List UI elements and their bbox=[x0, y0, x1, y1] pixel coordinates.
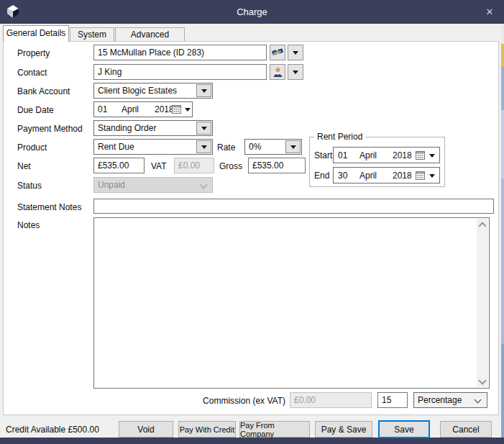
rent-end-month[interactable]: April bbox=[359, 171, 377, 181]
combo-arrow-button[interactable] bbox=[285, 140, 301, 153]
save-button[interactable]: Save bbox=[378, 420, 430, 438]
dropdown-arrow-icon bbox=[429, 154, 435, 158]
net-value: £535.00 bbox=[98, 160, 129, 171]
bank-account-combobox[interactable]: Client Blogic Estates bbox=[93, 83, 213, 99]
dropdown-arrow-icon bbox=[201, 127, 207, 130]
dropdown-arrow-icon bbox=[201, 145, 207, 149]
due-date-year[interactable]: 2018 bbox=[155, 104, 174, 114]
tab-system-info[interactable]: System Info bbox=[70, 27, 114, 42]
combo-arrow-button[interactable] bbox=[196, 84, 211, 97]
calendar-icon bbox=[416, 171, 425, 180]
property-dropdown-button[interactable] bbox=[288, 45, 303, 60]
status-value: Unpaid bbox=[98, 180, 125, 190]
contact-value: J King bbox=[98, 67, 122, 77]
status-label: Status bbox=[17, 181, 42, 191]
statement-notes-input[interactable] bbox=[93, 199, 494, 214]
property-search-button[interactable] bbox=[270, 45, 285, 60]
payment-method-label: Payment Method bbox=[17, 124, 83, 134]
commission-rate-field[interactable]: 15 bbox=[377, 392, 408, 408]
binoculars-icon bbox=[272, 48, 283, 57]
rent-start-year[interactable]: 2018 bbox=[393, 150, 412, 160]
vat-value: £0.00 bbox=[178, 160, 200, 171]
chevron-up-icon bbox=[478, 222, 486, 230]
dropdown-arrow-icon bbox=[293, 51, 298, 55]
rent-start-date-picker[interactable]: 01 April 2018 bbox=[333, 147, 440, 163]
person-icon bbox=[273, 67, 283, 77]
cancel-button[interactable]: Cancel bbox=[440, 421, 492, 438]
net-label: Net bbox=[17, 161, 31, 171]
payment-method-value: Standing Order bbox=[98, 123, 156, 133]
dropdown-arrow-icon bbox=[185, 108, 191, 112]
status-combobox: Unpaid bbox=[93, 177, 213, 193]
chevron-down-icon bbox=[199, 181, 207, 189]
title-bar: Charge ✕ bbox=[0, 0, 504, 24]
statement-notes-label: Statement Notes bbox=[17, 202, 81, 212]
credit-available-text: Credit Available £500.00 bbox=[6, 425, 99, 435]
commission-unit-value: Percentage bbox=[418, 395, 462, 405]
pay-from-company-button[interactable]: Pay From Company bbox=[239, 421, 310, 438]
chevron-down-icon bbox=[478, 376, 486, 384]
tab-advanced-settings[interactable]: Advanced Settings bbox=[115, 27, 185, 42]
scroll-down-button[interactable] bbox=[477, 376, 488, 387]
net-field[interactable]: £535.00 bbox=[93, 158, 145, 173]
due-date-day[interactable]: 01 bbox=[98, 104, 107, 114]
vat-field: £0.00 bbox=[174, 158, 214, 173]
rent-start-label: Start bbox=[314, 150, 332, 160]
scroll-up-button[interactable] bbox=[477, 219, 488, 230]
contact-dropdown-button[interactable] bbox=[288, 64, 303, 80]
void-button[interactable]: Void bbox=[119, 421, 173, 438]
bank-account-label: Bank Account bbox=[17, 86, 70, 96]
due-date-label: Due Date bbox=[17, 105, 54, 115]
product-label: Product bbox=[17, 142, 47, 153]
notes-scrollbar[interactable] bbox=[477, 219, 488, 387]
rent-period-label: Rent Period bbox=[314, 132, 365, 142]
window-title: Charge bbox=[0, 0, 504, 24]
due-date-picker[interactable]: 01 April 2018 bbox=[93, 101, 193, 117]
pay-and-save-button[interactable]: Pay & Save bbox=[315, 421, 372, 438]
background-window-sliver bbox=[501, 24, 504, 438]
property-value: 15 McMullan Place (ID 283) bbox=[98, 47, 204, 58]
contact-field[interactable]: J King bbox=[93, 64, 267, 80]
rent-start-day[interactable]: 01 bbox=[338, 150, 347, 160]
calendar-icon bbox=[172, 105, 181, 114]
contact-search-button[interactable] bbox=[270, 64, 285, 80]
dropdown-arrow-icon bbox=[293, 71, 298, 74]
rate-value: 0% bbox=[249, 142, 261, 152]
combo-arrow-button[interactable] bbox=[196, 140, 211, 153]
commission-rate-value: 15 bbox=[382, 395, 391, 405]
commission-unit-combobox[interactable]: Percentage bbox=[413, 392, 487, 408]
tab-general-details[interactable]: General Details bbox=[3, 25, 69, 42]
gross-value: £535.00 bbox=[252, 160, 283, 171]
bank-account-value: Client Blogic Estates bbox=[98, 86, 177, 96]
due-date-month[interactable]: April bbox=[122, 104, 139, 114]
contact-label: Contact bbox=[17, 68, 47, 78]
dropdown-arrow-icon bbox=[429, 174, 435, 178]
commission-label: Commission (ex VAT) bbox=[199, 396, 285, 406]
notes-label: Notes bbox=[17, 220, 40, 230]
product-value: Rent Due bbox=[98, 142, 134, 152]
close-icon[interactable]: ✕ bbox=[480, 0, 500, 24]
window-bottom-edge bbox=[0, 438, 504, 444]
rent-end-date-picker[interactable]: 30 April 2018 bbox=[333, 167, 440, 184]
rent-start-month[interactable]: April bbox=[359, 150, 377, 160]
dropdown-arrow-icon bbox=[290, 145, 296, 149]
property-label: Property bbox=[17, 48, 50, 58]
payment-method-combobox[interactable]: Standing Order bbox=[93, 120, 213, 136]
dropdown-arrow-icon bbox=[201, 89, 207, 93]
pay-with-credit-button[interactable]: Pay With Credit bbox=[178, 421, 236, 438]
rate-combobox[interactable]: 0% bbox=[244, 139, 302, 155]
combo-arrow-button[interactable] bbox=[196, 122, 211, 135]
gross-field[interactable]: £535.00 bbox=[248, 158, 306, 173]
commission-amount-value: £0.00 bbox=[294, 395, 316, 405]
rent-end-year[interactable]: 2018 bbox=[393, 171, 412, 181]
chevron-down-icon bbox=[475, 397, 482, 404]
charge-dialog: Charge ✕ General Details System Info Adv… bbox=[0, 0, 504, 444]
product-combobox[interactable]: Rent Due bbox=[93, 139, 213, 155]
vat-label: VAT bbox=[151, 161, 167, 171]
notes-textarea[interactable] bbox=[93, 217, 490, 389]
gross-label: Gross bbox=[219, 161, 242, 171]
property-field[interactable]: 15 McMullan Place (ID 283) bbox=[93, 45, 267, 60]
calendar-icon bbox=[416, 151, 425, 160]
rent-end-day[interactable]: 30 bbox=[338, 171, 347, 181]
rent-end-label: End bbox=[314, 171, 329, 181]
